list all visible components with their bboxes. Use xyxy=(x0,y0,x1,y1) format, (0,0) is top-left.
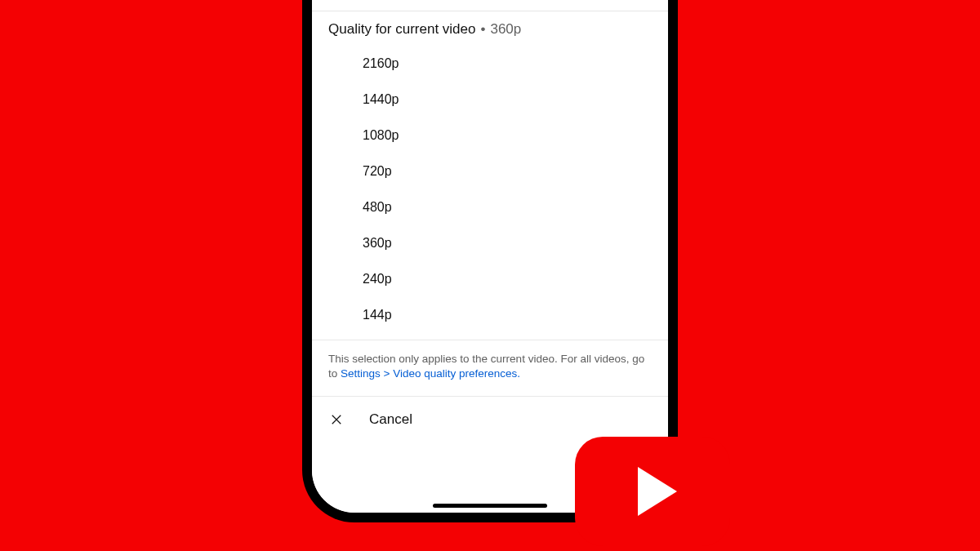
settings-link[interactable]: Settings > Video quality preferences. xyxy=(341,367,520,380)
quality-options-list: 2160p 1440p 1080p 720p 480p 360p 240p 14… xyxy=(312,42,668,340)
youtube-logo-icon xyxy=(575,437,730,546)
quality-option-240p[interactable]: 240p xyxy=(312,261,668,297)
close-icon xyxy=(328,411,345,428)
play-icon xyxy=(638,467,677,516)
selection-note: This selection only applies to the curre… xyxy=(312,340,668,396)
quality-option-2160p[interactable]: 2160p xyxy=(312,46,668,82)
phone-screen: Quality for current video • 360p 2160p 1… xyxy=(312,0,668,513)
quality-option-360p[interactable]: 360p xyxy=(312,225,668,261)
separator-dot: • xyxy=(480,21,485,38)
quality-option-720p[interactable]: 720p xyxy=(312,153,668,189)
sheet-title: Quality for current video xyxy=(328,21,475,38)
quality-option-1440p[interactable]: 1440p xyxy=(312,82,668,118)
quality-option-144p[interactable]: 144p xyxy=(312,297,668,333)
quality-option-480p[interactable]: 480p xyxy=(312,189,668,225)
cancel-label: Cancel xyxy=(369,411,412,428)
current-quality-value: 360p xyxy=(490,21,521,38)
sheet-header: Quality for current video • 360p xyxy=(312,11,668,42)
quality-option-1080p[interactable]: 1080p xyxy=(312,118,668,153)
background-content xyxy=(312,0,668,11)
home-indicator xyxy=(433,504,547,508)
